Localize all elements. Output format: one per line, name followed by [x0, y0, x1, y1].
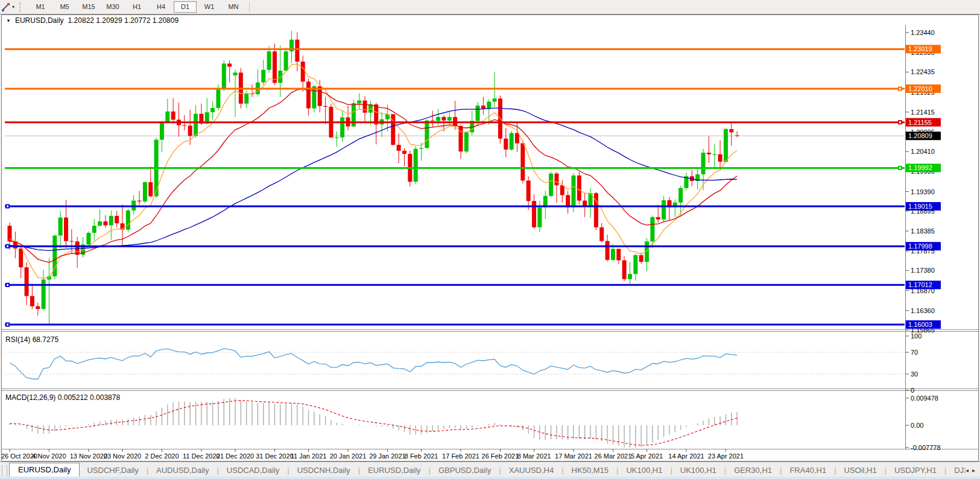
chart-tab-ger30-h1[interactable]: GER30,H1	[727, 464, 779, 477]
status-strip	[0, 477, 980, 479]
chart-tab-gbpusd-daily[interactable]: GBPUSD,Daily	[431, 464, 498, 477]
svg-text:4 Nov 2020: 4 Nov 2020	[32, 452, 66, 460]
svg-text:2 Dec 2020: 2 Dec 2020	[145, 452, 179, 460]
chart-tab-usdchf-daily[interactable]: USDCHF,Daily	[80, 464, 145, 477]
chart-symbol-title: EURUSD,Daily	[15, 16, 64, 25]
svg-text:0.00: 0.00	[911, 422, 923, 429]
svg-text:1.23440: 1.23440	[911, 29, 935, 36]
chart-menu-icon[interactable]: ▼	[6, 18, 11, 24]
svg-text:1.19992: 1.19992	[908, 164, 932, 171]
svg-text:20 Jan 2021: 20 Jan 2021	[330, 452, 367, 460]
timeframe-toolbar: M1M5M15M30H1H4D1W1MN	[28, 1, 245, 13]
svg-text:100: 100	[911, 332, 922, 340]
chart-tabs: EURUSD,DailyUSDCHF,Daily|AUDUSD,Daily|US…	[9, 463, 966, 477]
chart-tab-dj30-weekly[interactable]: DJ30,Weekly	[947, 464, 966, 477]
svg-text:26 Feb 2021: 26 Feb 2021	[482, 452, 519, 460]
chart-tab-usdcad-daily[interactable]: USDCAD,Daily	[220, 464, 286, 477]
tab-scroll-controls: ◂ ▸	[966, 467, 980, 477]
svg-text:1.23019: 1.23019	[908, 45, 932, 52]
chart-window-background	[1, 14, 979, 462]
svg-text:1.16003: 1.16003	[908, 321, 932, 328]
svg-text:1.22435: 1.22435	[911, 68, 935, 75]
svg-text:1.17998: 1.17998	[908, 243, 932, 250]
svg-text:11 Dec 2020: 11 Dec 2020	[183, 452, 220, 460]
macd-indicator-label: MACD(12,26,9) 0.005212 0.003878	[5, 393, 120, 402]
svg-text:1.20809: 1.20809	[908, 132, 932, 139]
svg-text:23 Nov 2020: 23 Nov 2020	[104, 452, 141, 460]
svg-text:11 Jan 2021: 11 Jan 2021	[291, 452, 327, 460]
chart-tab-fra40-h1[interactable]: FRA40,H1	[782, 464, 833, 477]
svg-text:29 Jan 2021: 29 Jan 2021	[369, 452, 406, 460]
svg-text:1.16360: 1.16360	[911, 307, 935, 314]
svg-text:1.19015: 1.19015	[908, 203, 932, 210]
svg-text:21 Dec 2020: 21 Dec 2020	[217, 452, 254, 460]
svg-text:17 Mar 2021: 17 Mar 2021	[555, 452, 592, 460]
svg-text:70: 70	[911, 349, 918, 356]
svg-text:8 Feb 2021: 8 Feb 2021	[405, 452, 438, 460]
svg-text:1.17012: 1.17012	[908, 281, 932, 288]
timeframe-button-m5[interactable]: M5	[53, 1, 76, 13]
svg-text:1.19390: 1.19390	[911, 188, 935, 195]
timeframe-button-mn[interactable]: MN	[222, 1, 245, 13]
chart-tab-hk50-m15[interactable]: HK50,M15	[564, 464, 616, 477]
chart-tab-usdjpy-h1[interactable]: USDJPY,H1	[887, 464, 944, 477]
timeframe-button-d1[interactable]: D1	[174, 1, 197, 13]
tab-bar-grip	[2, 465, 7, 476]
toolbar: ▾ M1M5M15M30H1H4D1W1MN	[0, 0, 980, 14]
chart-ohlc-values: 1.20822 1.20929 1.20772 1.20809	[68, 16, 179, 25]
chart-tab-eurusd-daily[interactable]: EURUSD,Daily	[9, 463, 80, 477]
svg-text:1.18385: 1.18385	[911, 227, 935, 235]
svg-text:31 Dec 2020: 31 Dec 2020	[256, 452, 293, 460]
timeframe-button-m1[interactable]: M1	[29, 1, 52, 13]
chart-tab-audusd-daily[interactable]: AUDUSD,Daily	[149, 464, 216, 477]
svg-text:1.20410: 1.20410	[911, 148, 935, 155]
toolbar-grip[interactable]	[19, 2, 24, 12]
mt4-terminal-window: ▾ M1M5M15M30H1H4D1W1MN 1.234401.229301.2…	[0, 0, 980, 479]
svg-text:17 Feb 2021: 17 Feb 2021	[442, 452, 479, 460]
chart-tab-uk100-h1[interactable]: UK100,H1	[619, 464, 669, 477]
svg-text:26 Mar 2021: 26 Mar 2021	[595, 452, 632, 460]
svg-text:14 Apr 2021: 14 Apr 2021	[668, 452, 704, 460]
chart-tab-bar: EURUSD,DailyUSDCHF,Daily|AUDUSD,Daily|US…	[0, 462, 980, 477]
svg-text:1.21415: 1.21415	[911, 109, 935, 116]
svg-text:0: 0	[911, 387, 914, 394]
toolbar-separator	[249, 2, 250, 12]
timeframe-button-h1[interactable]: H1	[125, 1, 148, 13]
chart-title-bar: ▼ EURUSD,Daily 1.20822 1.20929 1.20772 1…	[6, 16, 179, 25]
svg-text:1.21155: 1.21155	[908, 119, 932, 126]
svg-text:13 Nov 2020: 13 Nov 2020	[70, 452, 107, 460]
rsi-indicator-label: RSI(14) 68.7275	[5, 335, 58, 344]
chart-tab-usoil-h1[interactable]: USOil,H1	[837, 464, 884, 477]
chart-tab-eurusd-daily[interactable]: EURUSD,Daily	[361, 464, 428, 477]
drawing-tool-icon[interactable]	[1, 2, 11, 12]
svg-text:5 Apr 2021: 5 Apr 2021	[631, 452, 663, 460]
svg-text:-0.007778: -0.007778	[911, 444, 941, 451]
chart-tab-uk100-h1[interactable]: UK100,H1	[673, 464, 724, 477]
chart-tab-usdcnh-daily[interactable]: USDCNH,Daily	[290, 464, 358, 477]
toolbar-dropdown-arrow[interactable]: ▾	[12, 4, 14, 10]
timeframe-button-m30[interactable]: M30	[101, 1, 124, 13]
chart-tab-xauusd-h4[interactable]: XAUUSD,H4	[502, 464, 561, 477]
svg-text:30: 30	[911, 370, 918, 378]
chart-canvas[interactable]: 1.234401.229301.224351.219251.214151.209…	[0, 0, 980, 479]
svg-text:23 Apr 2021: 23 Apr 2021	[708, 452, 744, 460]
svg-text:0.009478: 0.009478	[911, 395, 938, 402]
svg-text:1.17380: 1.17380	[911, 267, 935, 274]
tab-scroll-right-button[interactable]: ▸	[972, 467, 975, 474]
svg-text:1.22010: 1.22010	[908, 85, 932, 92]
tab-scroll-left-button[interactable]: ◂	[966, 467, 969, 474]
timeframe-button-m15[interactable]: M15	[77, 1, 100, 13]
timeframe-button-w1[interactable]: W1	[198, 1, 221, 13]
timeframe-button-h4[interactable]: H4	[150, 1, 172, 13]
svg-text:8 Mar 2021: 8 Mar 2021	[517, 452, 551, 460]
